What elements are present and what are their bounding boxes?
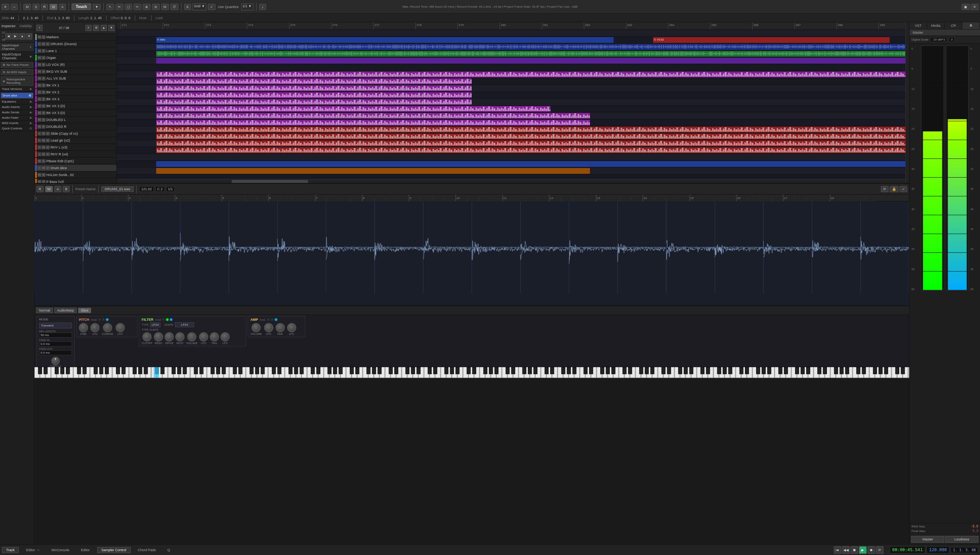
ae-lock-btn[interactable]: 🔒 [890, 186, 898, 192]
track-row-2[interactable]: rme DRUMS (Drums) [34, 41, 116, 47]
inspector-track-versions[interactable]: Track Versions ▶ [0, 87, 34, 92]
track-counter-down[interactable]: ▼ [26, 33, 32, 39]
track-settings[interactable]: ⚙ [93, 25, 99, 31]
track-scroll-down[interactable]: ▼ [108, 25, 114, 31]
window-restore[interactable]: ▣ [962, 4, 970, 10]
tab-editor-close[interactable]: ✕ [37, 548, 40, 552]
midi-r-btn[interactable]: R [41, 4, 48, 10]
tab-sampler-control[interactable]: Sampler Control [97, 547, 131, 553]
piano-canvas[interactable] [34, 367, 909, 378]
window-close[interactable]: ✕ [971, 4, 978, 10]
transport-stop[interactable]: ⏹ [851, 546, 858, 554]
track-row-21[interactable]: me HALion Sonik...02 [34, 171, 116, 178]
quantize-value-select[interactable]: 1/1 ▼ [241, 3, 253, 10]
ae-b-btn[interactable]: B [63, 186, 70, 192]
grid-select[interactable]: Grid ▼ [193, 3, 206, 10]
filter-shape-value[interactable]: LP24 [175, 322, 194, 327]
loudness-btn[interactable]: Loudness [945, 536, 978, 543]
add-track-btn[interactable]: + [36, 25, 42, 31]
track-row-7[interactable]: me ALL VX SUB [34, 75, 116, 82]
track-row-15[interactable]: rme Slide (Copy of v1) [34, 130, 116, 137]
touch-dropdown[interactable]: ▼ [93, 4, 101, 10]
track-row-17[interactable]: rme RHY L (v3) [34, 144, 116, 151]
tool-mute[interactable]: M [161, 4, 169, 10]
transport-rewind-start[interactable]: ⏮ [834, 546, 841, 554]
track-row-11[interactable]: me BK VX 3 (D) [34, 103, 116, 109]
track-row-20[interactable]: rme Drum slice [34, 165, 116, 171]
pitch-lfo1-knob[interactable] [90, 323, 100, 332]
track-row-5[interactable]: me LD VOX (R) [34, 61, 116, 68]
filter-lfo1-knob[interactable] [199, 332, 208, 341]
track-row-18[interactable]: rme RHY R (v4) [34, 151, 116, 158]
track-row-1[interactable]: me Markers [34, 34, 116, 41]
track-row-3[interactable]: me Lane 1 [34, 47, 116, 54]
tracks-canvas[interactable] [117, 30, 905, 179]
track-row-10[interactable]: me BK VX 3 [34, 96, 116, 103]
tool-split[interactable]: ✂ [134, 4, 141, 10]
track-counter-next[interactable]: ▶ [12, 33, 18, 39]
quantize-check[interactable]: ✓ [208, 4, 216, 10]
track-scroll-up[interactable]: ▲ [101, 25, 107, 31]
tool-glue[interactable]: ⊕ [143, 4, 150, 10]
midi-s-btn[interactable]: S [33, 4, 39, 10]
amp-lfo1-knob[interactable] [264, 323, 273, 332]
track-row-22[interactable]: me P Bass (v3) [34, 178, 116, 183]
tool-select[interactable]: ↖ [106, 4, 114, 10]
ae-loop-btn[interactable]: ⟳ [881, 186, 889, 192]
tool-erase[interactable]: ◻ [125, 4, 132, 10]
inspector-equalizers[interactable]: Equalizers ▶ [0, 99, 34, 104]
inspector-io-section[interactable]: Input/Output Channels ▼ [0, 43, 34, 52]
inspector-audio-fader[interactable]: Audio Fader ▶ [0, 115, 34, 121]
minimize-btn[interactable]: ─ [11, 4, 18, 10]
midi-m-btn[interactable]: M [23, 4, 31, 10]
inspector-quick-controls[interactable]: Quick Controls ⊞ [0, 126, 34, 131]
length-value[interactable]: 2. 1. 45 [90, 16, 102, 20]
min-length-value[interactable]: 50 ms [39, 333, 72, 338]
filter-reso-knob[interactable] [154, 332, 163, 341]
track-row-14[interactable]: me DOUBLED R [34, 123, 116, 130]
tab-editor[interactable]: Editor ✕ [22, 547, 44, 553]
fade-out-value[interactable]: 0.0 ms [39, 350, 72, 355]
tempo-btn[interactable]: ♩ [259, 4, 266, 10]
amp-pan-knob[interactable] [276, 323, 285, 332]
midi-w-btn[interactable]: W [49, 4, 57, 10]
track-row-19[interactable]: me PBase Edit (Cpt1) [34, 158, 116, 165]
amp-lfo2-knob[interactable] [287, 323, 296, 332]
track-counter-prev[interactable]: ◀ [5, 33, 11, 39]
transport-play[interactable]: ▶ [859, 546, 867, 554]
media-tab[interactable]: Media [927, 22, 945, 29]
vst-tab[interactable]: VST [910, 22, 927, 29]
fade-in-value[interactable]: 0.0 ms [39, 341, 72, 346]
touch-mode-button[interactable]: Touch [72, 3, 91, 10]
r-tab[interactable]: R [962, 22, 980, 29]
track-row-9[interactable]: me BK VX 2 [34, 89, 116, 96]
pitch-lfo2-knob[interactable] [116, 323, 125, 332]
snap-btn[interactable]: S [184, 4, 191, 10]
track-row-6[interactable]: me BKG VX SUB [34, 68, 116, 75]
cr-tab[interactable]: CR [945, 22, 962, 29]
master-btn[interactable]: Master [911, 536, 944, 543]
ae-r-btn[interactable]: R [36, 186, 44, 192]
ae-file-btn[interactable]: DRUMS_01.wav [101, 186, 134, 192]
timeline-ruler[interactable]: 2712722732742752762772782792802812822832… [117, 22, 905, 30]
inspector-chords-section[interactable]: Input/Output Channels ▶ [0, 52, 34, 61]
ae-w-btn[interactable]: W [45, 186, 53, 192]
mode-slice-btn[interactable]: Slice [78, 308, 91, 313]
drum-slice-selector[interactable]: Drum slice ⊞ [1, 93, 33, 98]
tool-timewarp[interactable]: ⏱ [170, 4, 178, 10]
tab-q[interactable]: Q [163, 547, 174, 553]
transport-loop[interactable]: ⟳ [876, 546, 884, 554]
track-row-4[interactable]: me Organ [34, 54, 116, 61]
mode-value[interactable]: Transient [39, 323, 72, 328]
mode-normal-btn[interactable]: Normal [36, 308, 53, 313]
track-row-12[interactable]: me BK VX 3 (D) [34, 109, 116, 116]
close-btn[interactable]: ✕ [2, 4, 9, 10]
retrospective-recording-dropdown[interactable]: ⊛ Retrospective Recording [1, 77, 33, 86]
track-row-13[interactable]: me DOUBLED L [34, 116, 116, 123]
midi-a-btn[interactable]: A [59, 4, 66, 10]
filter-keyf-knob[interactable] [175, 332, 185, 341]
filter-pan-knob[interactable] [210, 332, 219, 341]
pitch-fine-knob[interactable] [79, 323, 88, 332]
tab-chord-pads[interactable]: Chord Pads [134, 547, 160, 553]
all-midi-inputs-dropdown[interactable]: ⊟ All MIDI Inputs [1, 69, 33, 75]
